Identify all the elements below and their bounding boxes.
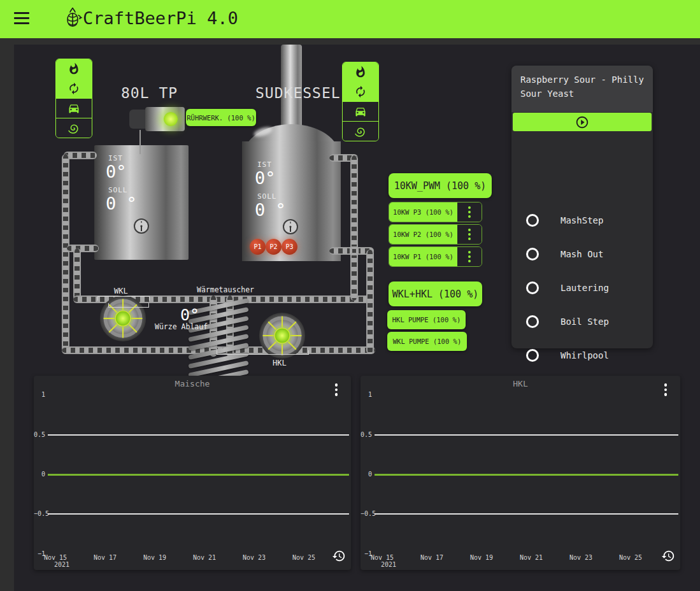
- temperature-gauge-icon: [282, 218, 299, 235]
- step-radio[interactable]: [526, 214, 539, 227]
- gridline-05: [48, 434, 349, 436]
- car-icon: [354, 105, 367, 118]
- y-tick: 0.5: [34, 431, 45, 438]
- kettle2-control-panel: [342, 62, 379, 141]
- step-radio[interactable]: [526, 281, 539, 294]
- app-title: CraftBeerPi 4.0: [83, 8, 238, 28]
- kettle1-control-panel: [55, 59, 92, 138]
- step-row-mashstep[interactable]: MashStep: [511, 204, 653, 238]
- kebab-menu-icon[interactable]: [457, 247, 482, 266]
- pipe-kettle1-outlet: [67, 245, 99, 252]
- x-tick: Nov 25: [611, 554, 650, 561]
- step-label: Lautering: [561, 283, 609, 293]
- kettle2-ist-value: 0°: [255, 168, 276, 188]
- x-tick: Nov 19: [136, 554, 174, 561]
- x-tick: Nov 23: [562, 554, 600, 561]
- actor-10kw-pwm-button[interactable]: 10KW_PWM (100 %): [389, 173, 492, 198]
- x-tick: Nov 25: [285, 554, 323, 561]
- kettle1-name: 80L TP: [121, 85, 178, 101]
- kebab-menu-icon[interactable]: [457, 203, 482, 222]
- actor-wkl-pump-button[interactable]: WKL PUMPE (100 %): [387, 332, 467, 351]
- actor-10kw-p3-button[interactable]: 10KW P3 (100 %): [389, 203, 457, 222]
- wkl-bracket-top: [97, 296, 150, 301]
- kettle2-agitator-button[interactable]: [343, 82, 378, 102]
- x-tick-year: 2021: [369, 561, 408, 568]
- chart-title: Maische: [34, 379, 351, 388]
- actor-wkl-hkl-button[interactable]: WKL+HKL (100 %): [389, 281, 482, 306]
- step-radio[interactable]: [526, 248, 539, 260]
- reset-zoom-icon[interactable]: [332, 549, 346, 563]
- reset-zoom-icon[interactable]: [661, 549, 675, 563]
- step-row-lautering[interactable]: Lautering: [511, 272, 653, 306]
- actor-10kw-p2-button[interactable]: 10KW P2 (100 %): [389, 225, 457, 244]
- heat-exchanger-label: Wärmetauscher: [197, 285, 254, 294]
- kettle2-soll-value: 0 °: [255, 200, 286, 220]
- y-tick: 1: [361, 391, 372, 398]
- actor-10kw-p1-button[interactable]: 10KW P1 (100 %): [389, 247, 457, 266]
- hkl-label: HKL: [273, 359, 287, 367]
- chart-kebab-menu-icon[interactable]: [332, 383, 341, 401]
- kettle1-body: IST 0° SOLL 0 °: [94, 145, 189, 260]
- pipe-left-vertical: [62, 154, 69, 354]
- x-tick: Nov 23: [235, 554, 273, 561]
- chart-card-hkl: HKL 1 0.5 0 −0.5 −1 Nov 15 Nov 17 Nov 19…: [361, 376, 680, 570]
- x-tick: Nov 17: [413, 554, 451, 561]
- y-tick: 0: [34, 471, 45, 478]
- chart-kebab-menu-icon[interactable]: [661, 383, 670, 401]
- refresh-icon: [354, 85, 367, 98]
- y-tick: 0: [361, 471, 372, 478]
- kebab-menu-icon[interactable]: [457, 225, 482, 244]
- kettle1-auto-button[interactable]: [56, 99, 92, 118]
- wkl-label: WKL: [114, 287, 128, 296]
- temperature-gauge-icon: [133, 218, 150, 234]
- step-label: Boil Step: [561, 317, 609, 327]
- agitator-shaft: [139, 130, 141, 154]
- step-row-boilstep[interactable]: Boil Step: [511, 306, 653, 339]
- kettle1-coil-button[interactable]: [56, 118, 92, 138]
- app-header: CraftBeerPi 4.0: [0, 0, 700, 38]
- wort-outlet-label: Würze Ablauf: [155, 322, 208, 331]
- kettle2-body: IST 0° SOLL 0 ° P1 P2 P3: [242, 141, 341, 261]
- kettle2-name: SUDKESSEL: [255, 85, 341, 101]
- power-indicator-p2: P2: [266, 239, 282, 255]
- kettle1-heater-button[interactable]: [56, 59, 92, 79]
- agitator-actor-button[interactable]: RÜHRWERK. (100 %): [186, 109, 256, 126]
- pipe-right-vertical: [366, 250, 374, 354]
- kettle2-auto-button[interactable]: [343, 102, 378, 122]
- car-icon: [68, 102, 80, 115]
- chart-card-maische: Maische 1 0.5 0 −0.5 −1 Nov 15 Nov 17 No…: [34, 376, 351, 570]
- coil-icon: [354, 125, 367, 138]
- recipe-start-button[interactable]: [513, 113, 652, 131]
- wkl-bracket-bottom: [108, 303, 149, 308]
- actor-10kw-p1: 10KW P1 (100 %): [389, 246, 482, 267]
- x-tick: Nov 21: [185, 554, 224, 561]
- step-radio[interactable]: [526, 349, 539, 362]
- kettle1-soll-value: 0 °: [106, 194, 137, 213]
- flame-icon: [354, 66, 367, 78]
- step-label: Whirlpool: [561, 350, 609, 360]
- x-tick: Nov 15: [36, 554, 75, 561]
- step-radio[interactable]: [526, 315, 539, 328]
- kettle2-heater-button[interactable]: [343, 62, 378, 82]
- hop-logo-icon: [61, 7, 84, 31]
- wkl-pump-icon: [99, 294, 147, 343]
- series-line-hkl: [375, 474, 678, 476]
- pipe-kettle2-down: [350, 155, 358, 301]
- hamburger-menu-icon[interactable]: [14, 12, 29, 26]
- actor-10kw-p2: 10KW P2 (100 %): [389, 224, 482, 245]
- agitator-status-light: [164, 112, 178, 126]
- kettle1-ist-value: 0°: [106, 162, 127, 182]
- actor-hkl-pump-button[interactable]: HKL PUMPE (100 %): [387, 310, 466, 329]
- x-tick: Nov 21: [512, 554, 550, 561]
- step-label: MashStep: [561, 215, 603, 225]
- coil-icon: [68, 122, 80, 134]
- x-tick: Nov 15: [363, 554, 401, 561]
- pipe-kettle1-down: [73, 248, 81, 301]
- kettle2-coil-button[interactable]: [343, 122, 378, 141]
- step-row-whirlpool[interactable]: Whirlpool: [511, 339, 653, 373]
- recipe-title: Raspberry Sour - Philly Sour Yeast: [511, 66, 653, 112]
- step-row-mashout[interactable]: Mash Out: [511, 238, 653, 272]
- kettle1-agitator-button[interactable]: [56, 79, 92, 99]
- y-tick: 0.5: [361, 431, 372, 438]
- x-tick-year: 2021: [43, 561, 81, 568]
